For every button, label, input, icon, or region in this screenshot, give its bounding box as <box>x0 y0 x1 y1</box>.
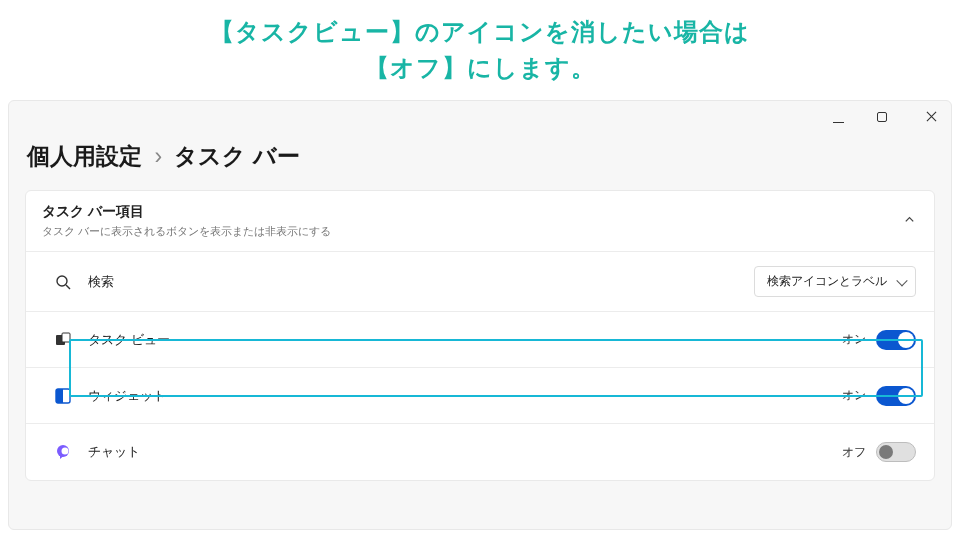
instruction-annotation: 【タスクビュー】のアイコンを消したい場合は 【オフ】にします。 <box>0 0 960 88</box>
chat-icon <box>54 443 72 461</box>
widgets-state: オン <box>842 387 866 404</box>
widgets-icon <box>54 387 72 405</box>
svg-point-7 <box>62 448 69 455</box>
row-chat-label: チャット <box>88 443 140 461</box>
task-view-icon <box>54 331 72 349</box>
window-titlebar <box>9 101 951 133</box>
row-search: 検索 検索アイコンとラベル <box>26 252 934 312</box>
close-icon <box>926 111 937 122</box>
breadcrumb-page: タスク バー <box>174 143 299 169</box>
svg-rect-5 <box>56 389 63 403</box>
row-widgets: ウィジェット オン <box>26 368 934 424</box>
breadcrumb-root[interactable]: 個人用設定 <box>27 143 142 169</box>
row-chat: チャット オフ <box>26 424 934 480</box>
search-icon <box>54 273 72 291</box>
widgets-toggle[interactable] <box>876 386 916 406</box>
breadcrumb: 個人用設定 › タスク バー <box>9 133 951 190</box>
row-task-view: タスク ビュー オン <box>26 312 934 368</box>
minimize-button[interactable] <box>833 112 853 123</box>
chat-toggle[interactable] <box>876 442 916 462</box>
task-view-state: オン <box>842 331 866 348</box>
task-view-toggle[interactable] <box>876 330 916 350</box>
annotation-line-1: 【タスクビュー】のアイコンを消したい場合は <box>210 18 750 45</box>
svg-point-0 <box>57 276 67 286</box>
collapse-chevron-icon <box>903 212 916 230</box>
settings-window: 個人用設定 › タスク バー タスク バー項目 タスク バーに表示されるボタンを… <box>8 100 952 530</box>
panel-subtitle: タスク バーに表示されるボタンを表示または非表示にする <box>42 224 331 239</box>
row-search-label: 検索 <box>88 273 114 291</box>
panel-header[interactable]: タスク バー項目 タスク バーに表示されるボタンを表示または非表示にする <box>26 191 934 252</box>
row-task-view-label: タスク ビュー <box>88 331 170 349</box>
breadcrumb-separator: › <box>154 143 162 169</box>
close-button[interactable] <box>921 107 941 127</box>
search-mode-dropdown[interactable]: 検索アイコンとラベル <box>754 266 916 297</box>
maximize-button[interactable] <box>877 112 897 122</box>
panel-title: タスク バー項目 <box>42 203 331 221</box>
svg-line-1 <box>66 285 70 289</box>
row-widgets-label: ウィジェット <box>88 387 166 405</box>
annotation-line-2: 【オフ】にします。 <box>365 54 596 81</box>
chat-state: オフ <box>842 444 866 461</box>
taskbar-items-panel: タスク バー項目 タスク バーに表示されるボタンを表示または非表示にする 検索 … <box>25 190 935 481</box>
svg-rect-3 <box>62 333 70 342</box>
